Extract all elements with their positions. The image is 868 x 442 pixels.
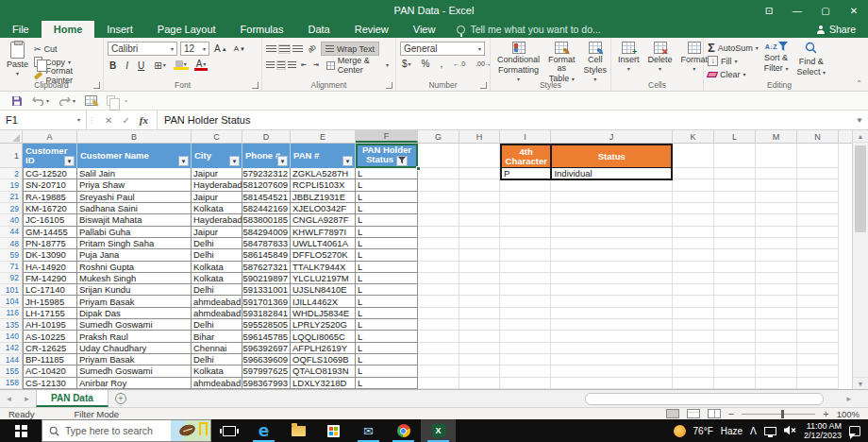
cell-phone[interactable]: 8582442169: [242, 203, 291, 214]
cell-status[interactable]: L: [356, 308, 418, 319]
cell-customer-name[interactable]: Biswajit Mahata: [77, 214, 192, 226]
cell-customer-name[interactable]: Praksh Raul: [77, 331, 192, 342]
fill-handle[interactable]: [416, 166, 421, 171]
cell-status[interactable]: L: [356, 227, 418, 238]
cell-phone[interactable]: 8584787833: [242, 238, 291, 249]
cell-city[interactable]: Delhi: [192, 319, 242, 331]
cell-pan[interactable]: ZGKLA5287H: [291, 168, 356, 179]
redo-button[interactable]: ▾: [58, 95, 75, 106]
cell-customer-id[interactable]: AC-10420: [23, 366, 77, 377]
column-header-l[interactable]: L: [714, 130, 756, 143]
row-number[interactable]: 144: [0, 354, 23, 366]
filter-dropdown-icon[interactable]: ▼: [178, 156, 189, 166]
column-header-a[interactable]: A: [23, 130, 77, 143]
cell-phone[interactable]: 8579232312: [242, 168, 291, 179]
header-pan-holder-status-selected-cell[interactable]: PAN Holder Status: [356, 144, 418, 168]
cell-customer-name[interactable]: Dipak Das: [77, 308, 192, 319]
lookup-cell-status[interactable]: Individual: [551, 168, 672, 179]
search-highlight-football-image[interactable]: [171, 420, 210, 441]
align-left-icon[interactable]: [266, 61, 275, 69]
cell-customer-name[interactable]: Salil Jain: [77, 168, 192, 179]
cell-pan[interactable]: UJSLN8410E: [291, 284, 356, 296]
cell-phone[interactable]: 8596392697: [242, 343, 291, 354]
column-header-h[interactable]: H: [459, 130, 500, 143]
decrease-font-button[interactable]: A▼: [232, 44, 247, 53]
insert-function-icon[interactable]: fx: [140, 114, 148, 126]
select-all-corner[interactable]: [0, 130, 23, 143]
cell-pan[interactable]: LDXLY3218D: [291, 378, 356, 389]
cell-phone[interactable]: 8596145785: [242, 331, 291, 342]
row-number[interactable]: 40: [0, 214, 23, 226]
cell-customer-id[interactable]: FM-14290: [23, 273, 77, 284]
cell-phone[interactable]: 8590219897: [242, 273, 291, 284]
cell-pan[interactable]: LQQLI8065C: [291, 331, 356, 342]
column-header-i[interactable]: I: [500, 130, 551, 143]
row-number[interactable]: 71: [0, 262, 23, 273]
clear-button[interactable]: Clear▾: [708, 68, 759, 80]
cell-customer-id[interactable]: RA-19885: [23, 192, 77, 203]
find-select-button[interactable]: Find & Select ▾: [793, 41, 828, 77]
cell-customer-id[interactable]: BP-11185: [23, 354, 77, 366]
cell-city[interactable]: Hayderabad: [192, 179, 242, 191]
cell-phone[interactable]: 8586145849: [242, 249, 291, 261]
cell-city[interactable]: Delhi: [192, 238, 242, 249]
autosum-button[interactable]: ΣAutoSum▾: [708, 42, 759, 54]
tab-formulas[interactable]: Formulas: [228, 21, 296, 38]
cell-customer-id[interactable]: AH-10195: [23, 319, 77, 331]
cell-phone[interactable]: 8597997625: [242, 366, 291, 377]
sheet-prev-icon[interactable]: ◂: [0, 390, 18, 407]
cell-city[interactable]: Bihar: [192, 331, 242, 342]
sort-filter-button[interactable]: A↓Z Sort & Filter ▾: [761, 41, 792, 74]
hidden-icons-chevron[interactable]: ᐱ: [750, 426, 757, 436]
touch-mode-button[interactable]: ✎: [85, 95, 97, 106]
column-header-j[interactable]: J: [551, 130, 673, 143]
column-header-m[interactable]: M: [756, 130, 797, 143]
cell-pan[interactable]: YLCLU2197M: [291, 273, 356, 284]
decrease-indent-button[interactable]: ⇤: [299, 61, 309, 69]
tab-file[interactable]: File: [0, 21, 42, 38]
cell-pan[interactable]: TTALK7944X: [291, 262, 356, 273]
cell-customer-id[interactable]: CR-12625: [23, 343, 77, 354]
cell-status[interactable]: L: [356, 343, 418, 354]
cut-button[interactable]: ✂Cut: [34, 42, 99, 55]
cell-customer-id[interactable]: JH-15985: [23, 296, 77, 307]
save-button[interactable]: [11, 95, 23, 107]
normal-view-icon[interactable]: [666, 409, 679, 418]
cell-phone[interactable]: 8587627321: [242, 262, 291, 273]
cell-customer-name[interactable]: Srijan Kundu: [77, 284, 192, 296]
column-header-g[interactable]: G: [418, 130, 459, 143]
cell-status[interactable]: L: [356, 249, 418, 261]
taskbar-search-input[interactable]: Type here to search: [42, 419, 211, 442]
sheet-tab-pan-data[interactable]: PAN Data: [36, 390, 108, 407]
cell-phone[interactable]: 8583800185: [242, 214, 291, 226]
lookup-cell-char[interactable]: P: [501, 168, 551, 179]
restore-button[interactable]: ▢: [811, 0, 840, 21]
cell-customer-id[interactable]: LH-17155: [23, 308, 77, 319]
cell-customer-name[interactable]: Sadhana Saini: [77, 203, 192, 214]
scroll-down-icon[interactable]: ▼: [853, 377, 868, 389]
row-number[interactable]: 101: [0, 284, 23, 296]
sheet-next-icon[interactable]: ▸: [18, 390, 36, 407]
cell-customer-id[interactable]: AS-10225: [23, 331, 77, 342]
start-button[interactable]: [0, 419, 42, 442]
wrap-text-button[interactable]: Wrap Text: [321, 42, 379, 56]
weather-icon[interactable]: [674, 425, 686, 437]
cell-status[interactable]: L: [356, 203, 418, 214]
cell-customer-id[interactable]: HA-14920: [23, 262, 77, 273]
fill-color-button[interactable]: ▾: [174, 60, 189, 70]
page-break-view-icon[interactable]: [708, 409, 721, 418]
underline-button[interactable]: U: [136, 60, 146, 71]
cell-status[interactable]: L: [356, 284, 418, 296]
align-top-icon[interactable]: [266, 45, 276, 53]
cell-city[interactable]: Chennai: [192, 343, 242, 354]
cell-phone[interactable]: 8591331001: [242, 284, 291, 296]
format-as-table-button[interactable]: ✎ Format as Table ▾: [545, 41, 578, 84]
tab-data[interactable]: Data: [295, 21, 342, 38]
cell-city[interactable]: ahmdeabad: [192, 308, 242, 319]
header-city[interactable]: City▼: [192, 144, 242, 168]
increase-decimal-button[interactable]: ←.0: [451, 60, 467, 67]
cell-customer-name[interactable]: Mukesh Singh: [77, 273, 192, 284]
row-number[interactable]: 135: [0, 319, 23, 331]
new-sheet-button[interactable]: +: [108, 390, 133, 407]
column-header-e[interactable]: E: [291, 130, 356, 143]
